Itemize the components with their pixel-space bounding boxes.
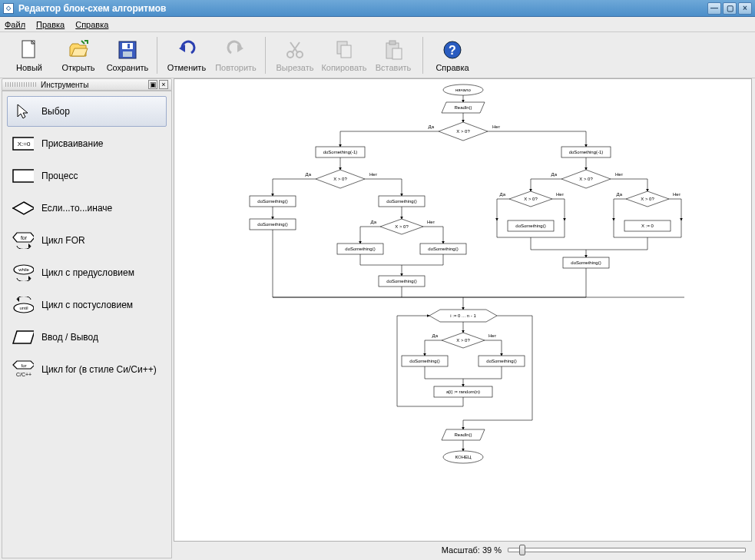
cursor-icon (12, 102, 34, 121)
svg-text:X > 0?: X > 0? (524, 197, 538, 201)
svg-text:?: ? (449, 44, 456, 57)
svg-text:Да: Да (499, 192, 505, 197)
tool-for-c[interactable]: forC/C++ Цикл for (в стиле Си/Си++) (7, 354, 167, 385)
svg-text:doSomething(): doSomething() (257, 199, 287, 204)
svg-rect-5 (127, 44, 130, 48)
cut-button[interactable]: Вырезать (270, 35, 320, 76)
svg-text:X > 0?: X > 0? (395, 224, 409, 229)
maximize-button[interactable]: ▢ (723, 2, 737, 15)
toolbar: Новый Открыть Сохранить Отменить По (0, 32, 755, 78)
svg-text:for: for (21, 363, 26, 368)
close-button[interactable]: × (738, 2, 752, 15)
tool-while[interactable]: while Цикл с предусловием (7, 257, 167, 288)
undo-button[interactable]: Отменить (162, 35, 211, 76)
svg-text:Readln(): Readln() (454, 432, 472, 437)
tool-label: Процесс (41, 171, 78, 181)
file-new-icon (18, 38, 41, 61)
tool-until[interactable]: until Цикл с постусловием (7, 290, 167, 320)
svg-text:Нет: Нет (488, 333, 496, 338)
process-icon (12, 167, 34, 185)
tools-panel-header[interactable]: Инструменты ▣ × (2, 78, 172, 91)
menu-file[interactable]: Файл (5, 20, 25, 29)
redo-button[interactable]: Повторить (211, 35, 260, 76)
canvas[interactable]: начало Readln() X > 0? Да Нет doSomethin… (174, 78, 752, 542)
svg-text:doSomething(): doSomething() (386, 199, 416, 204)
titlebar: ◇ Редактор блок-схем алгоритмов — ▢ × (0, 0, 755, 17)
io-icon (12, 328, 34, 346)
svg-text:Да: Да (616, 192, 622, 197)
help-icon: ? (441, 38, 464, 61)
svg-text:a[i] := random(n): a[i] := random(n) (445, 389, 479, 394)
svg-text:Нет: Нет (673, 192, 680, 197)
copy-label: Копировать (321, 63, 366, 72)
svg-text:Нет: Нет (369, 172, 377, 177)
zoom-slider[interactable] (508, 548, 746, 552)
copy-icon (333, 38, 356, 61)
minimize-button[interactable]: — (707, 2, 721, 15)
until-icon: until (12, 296, 34, 314)
statusbar: Масштаб: 39 % (174, 542, 752, 558)
tool-for[interactable]: for Цикл FOR (7, 225, 167, 256)
panel-close-icon[interactable]: × (159, 80, 168, 89)
tool-process[interactable]: Процесс (7, 161, 167, 191)
tool-label: Если...то...иначе (41, 203, 112, 214)
svg-rect-13 (341, 45, 351, 58)
svg-text:doSomething(): doSomething() (409, 359, 439, 363)
open-button[interactable]: Открыть (54, 35, 103, 76)
menubar: Файл Правка Справка (0, 17, 755, 32)
svg-text:X > 0?: X > 0? (456, 338, 470, 343)
svg-text:C/C++: C/C++ (16, 372, 31, 377)
svg-text:doSomething(): doSomething() (345, 247, 375, 251)
assign-icon: X:=0 (12, 134, 34, 153)
svg-text:while: while (18, 267, 29, 272)
panel-grip[interactable] (5, 82, 36, 87)
tools-panel: Инструменты ▣ × Выбор X:=0 Присваивание (0, 78, 174, 560)
tool-select[interactable]: Выбор (7, 96, 167, 127)
menu-help[interactable]: Справка (75, 20, 108, 29)
for-c-icon: forC/C++ (12, 360, 34, 379)
paste-button[interactable]: Вставить (369, 35, 418, 76)
tool-label: Цикл FOR (41, 235, 85, 246)
save-label: Сохранить (107, 63, 149, 72)
panel-restore-icon[interactable]: ▣ (148, 80, 157, 89)
svg-text:Readln(): Readln() (454, 105, 472, 110)
svg-text:doSomething(): doSomething() (486, 359, 516, 363)
svg-marker-19 (18, 104, 28, 118)
svg-text:doSomething(): doSomething() (515, 224, 545, 228)
tool-label: Цикл с предусловием (41, 267, 134, 278)
svg-text:X > 0?: X > 0? (333, 177, 347, 181)
zoom-slider-thumb[interactable] (519, 545, 525, 555)
new-button[interactable]: Новый (5, 35, 54, 76)
cut-label: Вырезать (277, 63, 314, 72)
svg-text:Да: Да (551, 172, 557, 177)
copy-button[interactable]: Копировать (320, 35, 369, 76)
svg-text:Нет: Нет (492, 124, 500, 129)
svg-text:X := 0: X := 0 (641, 224, 654, 228)
svg-text:doSomething(): doSomething() (257, 222, 287, 227)
open-label: Открыть (61, 63, 94, 72)
svg-text:X > 0?: X > 0? (456, 129, 470, 134)
folder-open-icon (67, 38, 90, 61)
tool-assign[interactable]: X:=0 Присваивание (7, 128, 167, 159)
window-title: Редактор блок-схем алгоритмов (18, 3, 707, 14)
menu-edit[interactable]: Правка (36, 20, 65, 29)
undo-icon (175, 38, 198, 61)
svg-text:for: for (21, 235, 28, 240)
help-button[interactable]: ? Справка (428, 35, 477, 76)
diamond-icon (12, 199, 34, 217)
svg-text:doSomething(): doSomething() (571, 260, 601, 265)
tool-io[interactable]: Ввод / Вывод (7, 322, 167, 353)
paste-icon (382, 38, 405, 61)
svg-text:Нет: Нет (615, 172, 623, 177)
svg-text:doSomething(-1): doSomething(-1) (323, 150, 357, 154)
tool-ifelse[interactable]: Если...то...иначе (7, 193, 167, 224)
svg-text:Да: Да (428, 124, 434, 129)
save-icon (116, 38, 139, 61)
svg-text:X > 0?: X > 0? (641, 197, 654, 201)
save-button[interactable]: Сохранить (103, 35, 152, 76)
new-label: Новый (16, 63, 42, 72)
tools-list: Выбор X:=0 Присваивание Процесс Если...т… (2, 91, 172, 558)
workspace: Инструменты ▣ × Выбор X:=0 Присваивание (0, 78, 755, 560)
redo-label: Повторить (215, 63, 257, 72)
app-icon: ◇ (3, 3, 14, 14)
